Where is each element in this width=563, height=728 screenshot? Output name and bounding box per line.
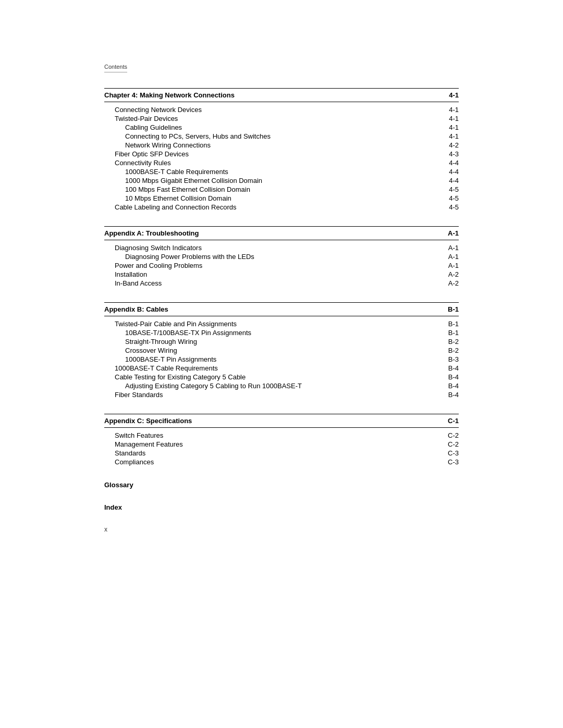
toc-entry: InstallationA-2 xyxy=(104,270,459,279)
entry-text: In-Band Access xyxy=(115,279,162,287)
breadcrumb: Contents xyxy=(104,64,127,72)
toc-entry: 10 Mbps Ethernet Collision Domain4-5 xyxy=(104,194,459,203)
toc-entry: 100 Mbps Fast Ethernet Collision Domain4… xyxy=(104,185,459,194)
entry-text: 1000BASE-T Pin Assignments xyxy=(125,355,216,363)
section-header-appendixC: Appendix C: SpecificationsC-1 xyxy=(104,414,459,428)
toc-entry: StandardsC-3 xyxy=(104,449,459,458)
entry-page: B-2 xyxy=(448,347,459,354)
entry-page: 4-4 xyxy=(449,168,459,176)
toc-entry: In-Band AccessA-2 xyxy=(104,279,459,288)
entry-text: 10 Mbps Ethernet Collision Domain xyxy=(125,194,231,202)
toc-standalone: GlossaryIndex xyxy=(104,481,459,511)
toc-entry: Network Wiring Connections4-2 xyxy=(104,141,459,150)
entry-page: A-1 xyxy=(448,253,459,261)
entry-page: 4-5 xyxy=(449,194,459,202)
toc-entry: CompliancesC-3 xyxy=(104,458,459,466)
entry-text: Switch Features xyxy=(115,431,163,439)
toc-entry: Twisted-Pair Cable and Pin AssignmentsB-… xyxy=(104,319,459,328)
entry-page: C-2 xyxy=(448,431,459,439)
section-title-appendixC: Appendix C: Specifications xyxy=(104,417,192,425)
toc-entry: Crossover WiringB-2 xyxy=(104,346,459,355)
toc-entry: Connecting Network Devices4-1 xyxy=(104,105,459,114)
entry-text: Adjusting Existing Category 5 Cabling to… xyxy=(125,382,302,390)
toc-entry: 10BASE-T/100BASE-TX Pin AssignmentsB-1 xyxy=(104,328,459,337)
entry-page: A-1 xyxy=(448,244,459,252)
entry-text: Fiber Standards xyxy=(115,391,163,399)
entry-page: 4-1 xyxy=(449,132,459,140)
toc-entry: Connecting to PCs, Servers, Hubs and Swi… xyxy=(104,132,459,141)
section-title-appendixA: Appendix A: Troubleshooting xyxy=(104,229,199,237)
page-container: Contents Chapter 4: Making Network Conne… xyxy=(0,0,563,728)
toc-section-appendixB: Appendix B: CablesB-1Twisted-Pair Cable … xyxy=(104,302,459,399)
entry-page: 4-3 xyxy=(449,150,459,158)
entry-text: 100 Mbps Fast Ethernet Collision Domain xyxy=(125,186,250,193)
entry-text: Twisted-Pair Cable and Pin Assignments xyxy=(115,320,237,328)
entry-text: Connecting Network Devices xyxy=(115,106,202,114)
toc-entry: Diagnosing Power Problems with the LEDsA… xyxy=(104,252,459,261)
section-title-chapter4: Chapter 4: Making Network Connections xyxy=(104,91,235,99)
toc-entry: Cable Labeling and Connection Records4-5 xyxy=(104,203,459,212)
entry-text: Installation xyxy=(115,270,147,278)
entry-page: 4-5 xyxy=(449,186,459,193)
toc-section-appendixC: Appendix C: SpecificationsC-1Switch Feat… xyxy=(104,414,459,466)
page-marker: x xyxy=(104,526,459,533)
entry-page: 4-2 xyxy=(449,141,459,149)
entry-page: A-1 xyxy=(448,262,459,269)
entry-page: 4-5 xyxy=(449,203,459,211)
section-page-appendixC: C-1 xyxy=(448,417,459,425)
toc-entry: Cabling Guidelines4-1 xyxy=(104,123,459,132)
entry-page: B-1 xyxy=(448,329,459,337)
toc-section-appendixA: Appendix A: TroubleshootingA-1Diagnosing… xyxy=(104,226,459,288)
entry-text: Standards xyxy=(115,449,145,457)
entry-text: Cable Labeling and Connection Records xyxy=(115,203,236,211)
entry-text: Network Wiring Connections xyxy=(125,141,211,149)
entry-text: Compliances xyxy=(115,458,154,466)
entry-text: Cable Testing for Existing Category 5 Ca… xyxy=(115,373,246,381)
toc-entry: Connectivity Rules4-4 xyxy=(104,158,459,167)
toc-entry: 1000BASE-T Cable Requirements4-4 xyxy=(104,167,459,176)
toc-entry: 1000 Mbps Gigabit Ethernet Collision Dom… xyxy=(104,176,459,185)
entry-page: B-3 xyxy=(448,355,459,363)
entry-text: Crossover Wiring xyxy=(125,347,177,354)
entry-text: Diagnosing Switch Indicators xyxy=(115,244,202,252)
toc-entry: Switch FeaturesC-2 xyxy=(104,431,459,440)
toc-entry: Adjusting Existing Category 5 Cabling to… xyxy=(104,381,459,390)
entry-text: 1000BASE-T Cable Requirements xyxy=(125,168,228,176)
entry-page: A-2 xyxy=(448,270,459,278)
toc-entry: Cable Testing for Existing Category 5 Ca… xyxy=(104,373,459,381)
toc-entry: Management FeaturesC-2 xyxy=(104,440,459,449)
entry-text: 1000 Mbps Gigabit Ethernet Collision Dom… xyxy=(125,177,262,184)
toc-entry: Twisted-Pair Devices4-1 xyxy=(104,114,459,123)
toc-entry: 1000BASE-T Pin AssignmentsB-3 xyxy=(104,355,459,364)
entry-text: Straight-Through Wiring xyxy=(125,338,197,346)
section-page-chapter4: 4-1 xyxy=(449,91,459,99)
toc-entry: 1000BASE-T Cable RequirementsB-4 xyxy=(104,364,459,373)
entry-text: 10BASE-T/100BASE-TX Pin Assignments xyxy=(125,329,251,337)
standalone-index: Index xyxy=(104,503,459,511)
section-header-appendixB: Appendix B: CablesB-1 xyxy=(104,302,459,316)
entry-page: A-2 xyxy=(448,279,459,287)
entry-text: Fiber Optic SFP Devices xyxy=(115,150,189,158)
entry-text: 1000BASE-T Cable Requirements xyxy=(115,364,218,372)
toc-entry: Fiber StandardsB-4 xyxy=(104,390,459,399)
section-header-chapter4: Chapter 4: Making Network Connections4-1 xyxy=(104,88,459,102)
entry-text: Management Features xyxy=(115,440,183,448)
entry-text: Twisted-Pair Devices xyxy=(115,115,178,122)
entry-page: B-4 xyxy=(448,391,459,399)
section-title-appendixB: Appendix B: Cables xyxy=(104,305,168,313)
entry-page: 4-1 xyxy=(449,106,459,114)
standalone-glossary: Glossary xyxy=(104,481,459,489)
entry-page: 4-4 xyxy=(449,177,459,184)
entry-page: B-4 xyxy=(448,364,459,372)
section-page-appendixB: B-1 xyxy=(448,305,459,313)
toc-entry: Power and Cooling ProblemsA-1 xyxy=(104,261,459,270)
entry-page: 4-1 xyxy=(449,115,459,122)
toc-entry: Fiber Optic SFP Devices4-3 xyxy=(104,150,459,158)
toc-entry: Straight-Through WiringB-2 xyxy=(104,337,459,346)
entry-page: B-2 xyxy=(448,338,459,346)
section-header-appendixA: Appendix A: TroubleshootingA-1 xyxy=(104,226,459,240)
toc-section-chapter4: Chapter 4: Making Network Connections4-1… xyxy=(104,88,459,212)
entry-text: Connecting to PCs, Servers, Hubs and Swi… xyxy=(125,132,271,140)
entry-page: C-3 xyxy=(448,458,459,466)
entry-page: B-4 xyxy=(448,382,459,390)
